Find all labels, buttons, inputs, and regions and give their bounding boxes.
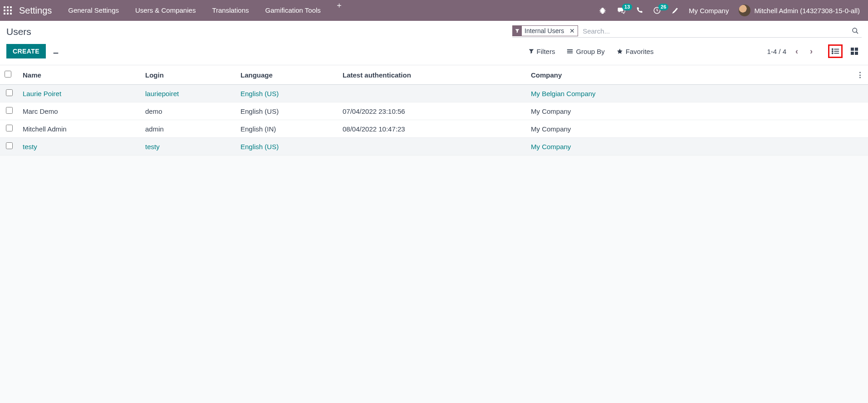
topnav: Settings General Settings Users & Compan… [0, 0, 868, 21]
search-options: Filters Group By Favorites [529, 48, 654, 55]
svg-rect-6 [4, 13, 5, 15]
filters-label: Filters [537, 48, 555, 55]
table-row[interactable]: Mitchell AdminadminEnglish (IN)08/04/202… [0, 120, 868, 138]
company-label: My Company [689, 7, 729, 15]
table-row[interactable]: testytestyEnglish (US)My Company [0, 138, 868, 155]
col-language[interactable]: Language [236, 65, 338, 85]
create-button[interactable]: CREATE [6, 44, 46, 58]
row-checkbox[interactable] [6, 107, 13, 114]
table-header-row: Name Login Language Latest authenticatio… [0, 65, 868, 85]
svg-rect-4 [7, 10, 9, 11]
cell-latest_auth [338, 138, 526, 155]
cell-company: My Company [526, 138, 852, 155]
activity-icon[interactable]: 26 [653, 6, 661, 15]
debug-icon[interactable] [598, 6, 607, 15]
cell-name: Mitchell Admin [18, 120, 141, 138]
groupby-dropdown[interactable]: Group By [567, 48, 604, 55]
page-title: Users [6, 26, 31, 37]
cell-name: Marc Demo [18, 102, 141, 120]
nav-item-gamification-tools[interactable]: Gamification Tools [257, 0, 329, 21]
row-checkbox[interactable] [6, 125, 13, 131]
groupby-label: Group By [576, 48, 604, 55]
cell-company: My Belgian Company [526, 85, 852, 102]
facet-label: Internal Users [522, 26, 567, 36]
systray: 13 26 My Company Mitchell Admin (1432730… [598, 5, 864, 16]
app-title[interactable]: Settings [19, 5, 52, 16]
nav-item-users-companies[interactable]: Users & Companies [127, 0, 204, 21]
messaging-badge: 13 [622, 4, 632, 10]
cell-login: demo [141, 102, 236, 120]
svg-rect-16 [851, 52, 854, 55]
row-checkbox[interactable] [6, 142, 13, 149]
list-view-button[interactable] [828, 44, 843, 58]
search-input[interactable] [581, 26, 849, 36]
row-checkbox[interactable] [6, 89, 13, 96]
download-icon[interactable] [52, 48, 59, 55]
search-icon[interactable] [849, 27, 862, 34]
svg-point-11 [832, 49, 833, 49]
filter-icon [513, 26, 522, 36]
svg-rect-5 [10, 10, 12, 11]
col-name[interactable]: Name [18, 65, 141, 85]
control-panel: Users Internal Users ✕ CREATE Fil [0, 21, 868, 65]
svg-rect-7 [7, 13, 9, 15]
cell-language: English (US) [236, 102, 338, 120]
table-row[interactable]: Laurie PoiretlauriepoiretEnglish (US)My … [0, 85, 868, 102]
searchbar: Internal Users ✕ [512, 25, 862, 38]
favorites-dropdown[interactable]: Favorites [617, 48, 654, 55]
row-checkbox-cell [0, 85, 18, 102]
pager-text: 1-4 / 4 [767, 48, 786, 55]
cell-language: English (US) [236, 138, 338, 155]
cell-company: My Company [526, 120, 852, 138]
company-switcher[interactable]: My Company [689, 7, 729, 15]
tools-icon[interactable] [671, 7, 679, 15]
cell-language: English (IN) [236, 120, 338, 138]
cell-name: testy [18, 138, 141, 155]
cell-latest_auth: 07/04/2022 23:10:56 [338, 102, 526, 120]
filters-dropdown[interactable]: Filters [529, 48, 555, 55]
pager-prev-icon[interactable]: ‹ [793, 47, 801, 56]
svg-point-13 [832, 53, 833, 53]
apps-icon[interactable] [4, 6, 17, 15]
phone-icon[interactable] [636, 7, 643, 14]
nav-plus-icon[interactable]: ＋ [329, 0, 349, 21]
view-switcher [828, 44, 862, 58]
cell-latest_auth: 08/04/2022 10:47:23 [338, 120, 526, 138]
row-checkbox-cell [0, 138, 18, 155]
cell-login: lauriepoiret [141, 85, 236, 102]
row-spacer [852, 120, 868, 138]
nav-item-general-settings[interactable]: General Settings [60, 0, 127, 21]
header-checkbox-cell [0, 65, 18, 85]
pager-next-icon[interactable]: › [807, 47, 815, 56]
kanban-view-button[interactable] [847, 44, 862, 58]
activity-badge: 26 [658, 4, 668, 10]
users-table: Name Login Language Latest authenticatio… [0, 65, 868, 155]
row-spacer [852, 85, 868, 102]
facet-remove-icon[interactable]: ✕ [567, 26, 578, 36]
cell-company: My Company [526, 102, 852, 120]
svg-rect-1 [7, 6, 9, 8]
row-checkbox-cell [0, 120, 18, 138]
col-company[interactable]: Company [526, 65, 852, 85]
user-label: Mitchell Admin (14327308-15-0-all) [754, 7, 860, 15]
col-login[interactable]: Login [141, 65, 236, 85]
row-spacer [852, 102, 868, 120]
nav-item-translations[interactable]: Translations [204, 0, 257, 21]
svg-rect-15 [855, 48, 858, 51]
messaging-icon[interactable]: 13 [617, 6, 626, 15]
select-all-checkbox[interactable] [5, 71, 11, 78]
user-menu[interactable]: Mitchell Admin (14327308-15-0-all) [739, 5, 860, 16]
col-options[interactable]: ⋮ [852, 65, 868, 85]
col-latest-auth[interactable]: Latest authentication [338, 65, 526, 85]
svg-point-10 [853, 28, 857, 32]
row-checkbox-cell [0, 102, 18, 120]
svg-rect-17 [855, 52, 858, 55]
table-row[interactable]: Marc DemodemoEnglish (US)07/04/2022 23:1… [0, 102, 868, 120]
cell-latest_auth [338, 85, 526, 102]
row-spacer [852, 138, 868, 155]
cell-login: admin [141, 120, 236, 138]
cell-name: Laurie Poiret [18, 85, 141, 102]
search-facet: Internal Users ✕ [512, 25, 578, 36]
cell-login: testy [141, 138, 236, 155]
pager: 1-4 / 4 ‹ › [767, 47, 815, 56]
